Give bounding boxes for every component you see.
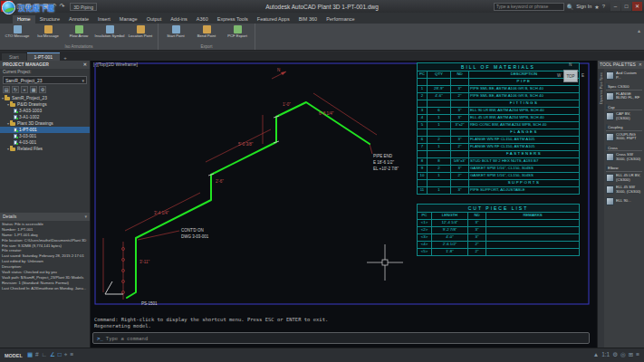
ribbon-tab[interactable]: BIM 360 <box>294 15 322 24</box>
tree-item[interactable]: 3-03-001 <box>0 133 90 139</box>
project-select[interactable]: SamR_Project_23 ▾ <box>3 76 87 84</box>
close-icon[interactable]: ✕ <box>639 62 642 68</box>
ribbon-tab[interactable]: Annotate <box>64 15 93 24</box>
lineweight-icon[interactable]: ≡ <box>70 352 73 358</box>
tree-item-icon <box>10 103 15 107</box>
tool-palette-item[interactable]: Cross <box>606 144 642 152</box>
osnap-icon[interactable]: □ <box>58 352 62 358</box>
ribbon-button[interactable]: Flow Arrow <box>63 24 94 43</box>
ribbon-tab[interactable]: Output <box>142 15 167 24</box>
ribbon-tab[interactable]: Home <box>13 15 35 24</box>
current-project-label: Current Project: <box>3 70 32 74</box>
project-settings-icon[interactable]: ⚙ <box>39 86 46 93</box>
site-watermark: 汉化版下载 <box>2 1 54 14</box>
ribbon-button[interactable]: Bend Point <box>191 24 222 43</box>
ribbon-tab-bar: Home Structure Annotate Insert Manage Ou… <box>0 13 644 24</box>
ortho-icon[interactable]: ∟ <box>42 352 47 358</box>
ribbon-tab[interactable]: Performance <box>322 15 360 24</box>
open-project-icon[interactable]: ▤ <box>3 86 10 93</box>
grid-view-icon[interactable]: ▦ <box>30 86 37 93</box>
details-line: Vault path: $/SamR_Project_23/Plant 3D M… <box>2 275 88 281</box>
search-icon[interactable]: 🔍 <box>567 4 574 10</box>
workspace-dropdown[interactable]: 3D Piping <box>70 3 97 11</box>
ribbon-button[interactable]: CTO Message <box>2 24 33 43</box>
ribbon-button[interactable]: Location Point <box>125 24 156 43</box>
ribbon-panel-title[interactable]: Iso Annotations <box>2 43 156 50</box>
tool-palette-item[interactable]: Coupling <box>606 123 642 131</box>
refresh-icon[interactable]: ↻ <box>12 86 19 93</box>
tree-item[interactable]: Related Files <box>0 146 90 152</box>
project-manager-titlebar[interactable]: PROJECT MANAGER ✕ <box>0 61 90 69</box>
tree-item-icon <box>14 134 17 138</box>
close-button[interactable]: ✕ <box>632 2 642 11</box>
command-input[interactable]: >_ Type a command <box>92 332 590 344</box>
ribbon-button[interactable]: PCF Export <box>222 24 253 43</box>
isolate-objects-icon[interactable]: ◎ <box>620 352 626 358</box>
ribbon-tab[interactable]: Express Tools <box>213 15 253 24</box>
ribbon-button[interactable]: Insulation Symbol <box>94 24 125 43</box>
clean-screen-icon[interactable]: ⊞ <box>629 352 633 358</box>
ribbon-tab[interactable]: Manage <box>115 15 142 24</box>
favorites-star-icon[interactable]: ★ <box>594 4 599 10</box>
details-header[interactable]: Details ▾ <box>0 213 90 221</box>
tool-palette-tab[interactable]: Dynamic Pipe Spec <box>598 69 604 348</box>
tree-item[interactable]: 1-PT-001 <box>0 127 90 133</box>
tool-palette-item[interactable]: Cross SW 3000, (CS300) <box>604 151 644 163</box>
tool-palette-item[interactable]: ELL 45 SW 3000, (CS300) <box>604 184 644 195</box>
ribbon-button[interactable]: Iso Message <box>33 24 63 43</box>
tool-palette-item[interactable]: ELL 45 LR BV, (CS300) <box>604 172 644 184</box>
model-space-button[interactable]: MODEL <box>5 353 23 358</box>
cut-list-row: <5>1'-8" 2" <box>418 249 580 256</box>
tree-item[interactable]: 4-03-001 <box>0 139 90 146</box>
viewcube[interactable]: N W TOP E <box>557 62 584 90</box>
annotation-visibility-icon[interactable]: ▲ <box>593 352 599 358</box>
ribbon-tab[interactable]: A360 <box>192 15 213 24</box>
minimize-button[interactable]: – <box>610 2 620 11</box>
new-drawing-icon[interactable]: + <box>21 86 28 93</box>
sign-in-button[interactable]: Sign In <box>576 4 591 9</box>
help-icon[interactable]: ? <box>602 4 605 9</box>
tool-palette-item[interactable]: FLANGE BLIND FL, RF <box>604 90 644 102</box>
file-tab-drawing[interactable]: 1-PT-001 <box>27 52 61 61</box>
annotation-scale-label[interactable]: 1:1 <box>601 352 610 358</box>
tool-palette-item[interactable]: Cap <box>606 103 642 111</box>
viewport-controls-label[interactable]: [-][Top][2D Wireframe] <box>93 62 138 67</box>
ribbon-tab[interactable]: Featured Apps <box>253 15 294 24</box>
otrack-icon[interactable]: ⌖ <box>64 352 68 358</box>
tool-palette-item[interactable]: Elbow <box>606 164 642 172</box>
tool-palette-item[interactable]: CAP BV, (CS300) <box>604 110 644 122</box>
bom-row: FITTINGS <box>418 100 580 108</box>
tree-item[interactable]: 3-A1-1002 <box>0 114 90 120</box>
snap-icon[interactable]: # <box>35 352 39 358</box>
ribbon-tab[interactable]: Structure <box>35 15 64 24</box>
ribbon-tab[interactable]: Insert <box>93 15 115 24</box>
ribbon-button[interactable]: Start Point <box>160 24 191 43</box>
customize-icon[interactable]: ≡ <box>636 352 639 358</box>
drawing-viewport[interactable]: [-][Top][2D Wireframe] <box>91 61 597 348</box>
tool-palettes-titlebar[interactable]: TOOL PALETTES ✕ <box>598 61 644 69</box>
polar-icon[interactable]: ∠ <box>50 352 55 358</box>
infocenter-search-input[interactable] <box>494 3 564 11</box>
command-prompt-icon: >_ <box>97 336 103 341</box>
grid-icon[interactable]: ▦ <box>27 352 33 358</box>
ribbon: CTO Message Iso Message Flow Arrow <box>0 24 644 51</box>
restore-button[interactable]: □ <box>621 2 631 11</box>
ribbon-tab[interactable]: Add-ins <box>166 15 192 24</box>
tool-palette-item[interactable]: Axd Custom P... <box>604 70 644 81</box>
redo-icon[interactable]: ↷ <box>59 3 64 10</box>
workspace-gear-icon[interactable]: ⚙ <box>612 352 618 358</box>
ribbon-minimize-icon[interactable]: ▴ <box>638 27 640 33</box>
bom-title: BILL OF MATERIALS <box>417 62 580 71</box>
tree-item-icon <box>14 128 17 132</box>
tree-item[interactable]: P&ID Drawings <box>0 101 90 108</box>
tool-palettes: TOOL PALETTES ✕ Dynamic Pipe Spec Axd Cu… <box>597 61 644 348</box>
ribbon-panel-title[interactable]: Export <box>160 43 253 50</box>
tree-item[interactable]: Plant 3D Drawings <box>0 120 90 127</box>
tool-palette-item[interactable]: Spec CS300 <box>606 82 642 90</box>
close-icon[interactable]: ✕ <box>83 62 87 68</box>
file-tab-start[interactable]: Start <box>2 53 26 61</box>
tool-palette-item[interactable]: COUPLING 3000, FNPT <box>604 131 644 143</box>
tree-item[interactable]: SamR_Project_23 <box>0 95 90 101</box>
tree-item[interactable]: 3-A03-1003 <box>0 108 90 114</box>
tool-palette-item[interactable]: ELL 90... <box>604 195 644 207</box>
